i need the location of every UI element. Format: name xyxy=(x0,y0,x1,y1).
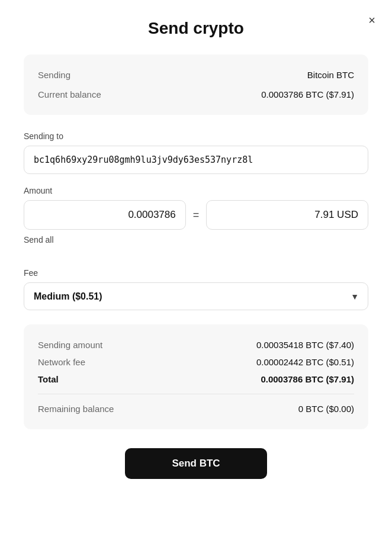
btc-amount-input[interactable] xyxy=(24,200,186,230)
sending-amount-label: Sending amount xyxy=(38,340,102,350)
close-button[interactable]: × xyxy=(366,12,378,28)
sending-value: Bitcoin BTC xyxy=(307,70,354,80)
remaining-balance-row: Remaining balance 0 BTC ($0.00) xyxy=(38,400,354,417)
remaining-balance-value: 0 BTC ($0.00) xyxy=(298,404,354,414)
balance-row: Current balance 0.0003786 BTC ($7.91) xyxy=(38,86,354,103)
total-label: Total xyxy=(38,374,59,384)
send-btc-button[interactable]: Send BTC xyxy=(125,448,267,479)
address-input[interactable] xyxy=(24,146,368,174)
amount-label: Amount xyxy=(24,186,368,195)
usd-amount-input[interactable] xyxy=(206,200,368,230)
remaining-balance-label: Remaining balance xyxy=(38,404,114,414)
network-fee-value: 0.00002442 BTC ($0.51) xyxy=(256,357,354,367)
balance-value: 0.0003786 BTC ($7.91) xyxy=(261,89,354,99)
total-value: 0.0003786 BTC ($7.91) xyxy=(261,374,354,384)
sending-row: Sending Bitcoin BTC xyxy=(38,66,354,83)
balance-label: Current balance xyxy=(38,89,101,99)
amount-section: Amount = Send all xyxy=(24,186,368,256)
info-card: Sending Bitcoin BTC Current balance 0.00… xyxy=(24,54,368,115)
sending-to-section: Sending to xyxy=(24,131,368,174)
send-crypto-modal: × Send crypto Sending Bitcoin BTC Curren… xyxy=(0,0,392,550)
sending-amount-value: 0.00035418 BTC ($7.40) xyxy=(256,340,354,350)
modal-title: Send crypto xyxy=(24,19,368,38)
sending-to-label: Sending to xyxy=(24,131,368,141)
fee-label: Fee xyxy=(24,268,368,278)
summary-card: Sending amount 0.00035418 BTC ($7.40) Ne… xyxy=(24,324,368,429)
sending-amount-row: Sending amount 0.00035418 BTC ($7.40) xyxy=(38,336,354,353)
fee-select[interactable]: Slow ($0.20) Medium ($0.51) Fast ($1.00) xyxy=(24,282,368,310)
sending-label: Sending xyxy=(38,70,70,80)
amount-row: = xyxy=(24,200,368,230)
send-all-link[interactable]: Send all xyxy=(24,235,54,245)
fee-section: Fee Slow ($0.20) Medium ($0.51) Fast ($1… xyxy=(24,268,368,310)
fee-select-wrapper: Slow ($0.20) Medium ($0.51) Fast ($1.00)… xyxy=(24,282,368,310)
network-fee-label: Network fee xyxy=(38,357,85,367)
total-row: Total 0.0003786 BTC ($7.91) xyxy=(38,371,354,388)
summary-divider xyxy=(38,394,354,394)
equals-sign: = xyxy=(193,209,200,221)
network-fee-row: Network fee 0.00002442 BTC ($0.51) xyxy=(38,353,354,371)
